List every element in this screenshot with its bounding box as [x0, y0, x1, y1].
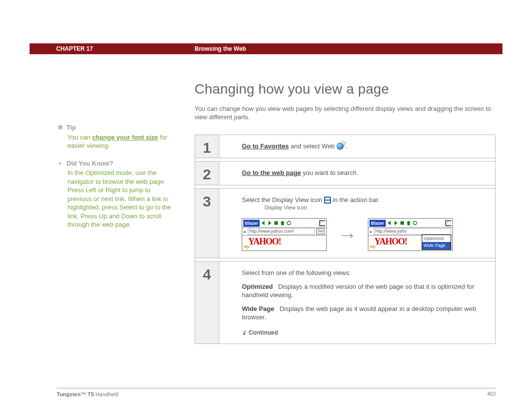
- step-number: 2: [195, 162, 219, 185]
- url-field: http://www.yaho: [374, 228, 451, 235]
- tip-block: ✱Tip You can change your font size for e…: [67, 123, 172, 150]
- page-footer: Tungsten™ T5 Handheld 403: [57, 388, 496, 398]
- my-label: My: [370, 244, 375, 250]
- didyouknow-body: In the Optimized mode, use the navigator…: [67, 169, 172, 229]
- step-body: Go to the web page you want to search.: [219, 162, 495, 185]
- main-content: Changing how you view a page You can cha…: [195, 80, 496, 344]
- back-icon: [261, 220, 266, 226]
- step-body: Select the Display View icon in the acti…: [219, 189, 495, 258]
- forward-icon: [267, 220, 272, 226]
- svg-point-3: [413, 221, 417, 225]
- url-field: http://www.yahoo.com/: [248, 228, 315, 235]
- chapter-bar: CHAPTER 17 Browsing the Web: [30, 43, 502, 54]
- chapter-label: CHAPTER 17: [56, 45, 93, 53]
- page-number: 403: [487, 391, 496, 398]
- screenshot-before: Blazer ▸ http://www: [242, 218, 327, 251]
- menu-wide-page: Wide Page: [422, 242, 451, 249]
- page-title: Changing how you view a page: [195, 80, 496, 99]
- step-1: 1 Go to Favorites and select Web .: [195, 135, 495, 159]
- my-label: My: [244, 244, 249, 250]
- figure-caption: Display View icon: [265, 204, 485, 211]
- step4-lead: Select from one of the following views:: [242, 269, 485, 277]
- plus-icon: +: [57, 159, 64, 168]
- step-body: Go to Favorites and select Web .: [219, 135, 495, 158]
- home-icon: [280, 220, 285, 226]
- step-body: Select from one of the following views: …: [219, 262, 495, 343]
- step-3: 3 Select the Display View icon in the ac…: [195, 188, 495, 258]
- back-icon: [387, 220, 392, 226]
- screenshot-after: Blazer ▸ http://www: [368, 218, 453, 251]
- page: CHAPTER 17 Browsing the Web ✱Tip You can…: [0, 0, 532, 411]
- refresh-icon: [286, 220, 292, 226]
- display-view-icon: [324, 197, 331, 204]
- home-icon: [406, 220, 411, 226]
- stop-icon: [273, 220, 279, 226]
- step3-text: Select the Display View icon in the acti…: [242, 196, 485, 205]
- display-view-icon: [319, 220, 325, 226]
- favorites-link[interactable]: Go to Favorites: [242, 142, 289, 150]
- step-number: 1: [195, 135, 219, 158]
- blazer-label: Blazer: [243, 220, 260, 227]
- tip-heading: ✱Tip: [67, 123, 172, 132]
- web-globe-icon: [336, 142, 344, 150]
- step-number: 3: [195, 189, 219, 258]
- product-name: Tungsten™ T5 Handheld: [57, 391, 119, 398]
- continued-label: ↵Continued: [242, 329, 485, 337]
- section-title: Browsing the Web: [195, 45, 246, 53]
- didyouknow-heading: +Did You Know?: [67, 159, 172, 168]
- optimized-desc: Optimized Displays a modified version of…: [242, 282, 485, 300]
- arrow-right-icon: →: [337, 221, 357, 248]
- steps-list: 1 Go to Favorites and select Web . 2 Go …: [195, 135, 496, 344]
- sidebar: ✱Tip You can change your font size for e…: [57, 123, 172, 238]
- asterisk-icon: ✱: [57, 123, 64, 132]
- display-view-icon: [445, 220, 451, 226]
- forward-icon: [393, 220, 399, 226]
- webpage-link[interactable]: Go to the web page: [242, 169, 301, 176]
- blazer-toolbar: Blazer: [242, 219, 326, 228]
- figure-row: Blazer ▸ http://www: [242, 218, 485, 251]
- tip-body: You can change your font size for easier…: [67, 133, 172, 150]
- svg-rect-2: [400, 221, 404, 225]
- blazer-toolbar: Blazer: [368, 219, 452, 228]
- svg-point-1: [287, 221, 291, 225]
- view-menu: Optimized Wide Page: [422, 235, 451, 249]
- refresh-icon: [412, 220, 418, 226]
- page-preview: YAHOO! My: [242, 236, 326, 250]
- yahoo-logo: YAHOO!: [242, 236, 326, 247]
- intro-text: You can change how you view web pages by…: [195, 104, 496, 122]
- url-bar: ▸ http://www.yahoo.com/ Go: [242, 228, 326, 236]
- blazer-label: Blazer: [369, 220, 386, 227]
- menu-optimized: Optimized: [422, 235, 451, 242]
- step-number: 4: [195, 262, 219, 343]
- widepage-desc: Wide Page Displays the web page as it wo…: [242, 305, 485, 322]
- tip-link[interactable]: change your font size: [92, 134, 158, 141]
- step-4: 4 Select from one of the following views…: [195, 261, 495, 344]
- page-preview: YAHOO! My Optimized Wide Page: [368, 236, 452, 250]
- svg-rect-0: [274, 221, 278, 225]
- didyouknow-block: +Did You Know? In the Optimized mode, us…: [67, 159, 172, 229]
- continued-arrow-icon: ↵: [240, 330, 248, 335]
- step-2: 2 Go to the web page you want to search.: [195, 161, 495, 185]
- stop-icon: [399, 220, 405, 226]
- go-button: Go: [316, 228, 325, 235]
